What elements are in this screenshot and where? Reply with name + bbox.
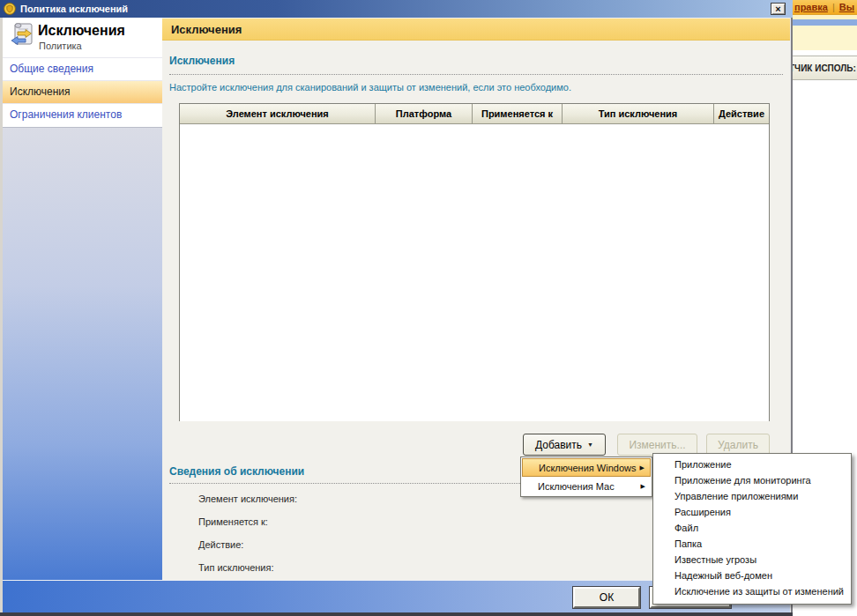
sidebar-item-general[interactable]: Общие сведения [3,57,162,80]
windows-exceptions-submenu: Приложение Приложение для мониторинга Уп… [652,453,852,605]
exceptions-section-description: Настройте исключения для сканирований и … [169,82,571,93]
sidebar-item-exceptions[interactable]: Исключения [3,80,162,103]
background-link-vy[interactable]: Вы [839,2,854,12]
add-dropdown-menu: Исключения Windows ▶ Исключения Mac ▶ [520,456,652,497]
submenu-item-extensions[interactable]: Расширения [653,504,851,520]
add-button-label: Добавить [535,439,582,451]
submenu-item-file[interactable]: Файл [653,520,851,536]
symantec-shield-icon [4,3,16,15]
exceptions-section-title: Исключения [169,55,235,67]
menu-item-mac-exceptions[interactable]: Исключения Mac ▶ [522,477,651,495]
submenu-arrow-icon: ▶ [641,483,645,490]
column-header-exception-type[interactable]: Тип исключения [563,104,714,123]
menu-item-windows-label: Исключения Windows [539,463,636,473]
submenu-item-application-monitoring[interactable]: Приложение для мониторинга [653,472,851,488]
column-header-platform[interactable]: Платформа [376,104,473,123]
background-pale-strip [787,26,857,50]
content-header-title: Исключения [171,23,242,36]
dialog-title: Политика исключений [20,4,128,14]
exception-details-title: Сведения об исключении [169,465,304,478]
delete-button-label: Удалить [718,439,758,451]
ok-button[interactable]: ОК [573,587,640,608]
sidebar-gradient [3,128,162,580]
add-button[interactable]: Добавить ▼ [523,434,606,456]
submenu-item-known-risks[interactable]: Известные угрозы [653,552,851,568]
submenu-item-tamper-protection-exception[interactable]: Исключение из защиты от изменений [653,583,851,599]
submenu-arrow-icon: ▶ [640,464,645,471]
sidebar-title: Исключения [38,23,125,39]
sidebar: Исключения Политика Общие сведения Исклю… [3,18,162,128]
column-header-action[interactable]: Действие [714,104,769,123]
detail-label-exception-type: Тип исключения: [198,562,273,573]
content-header: Исключения [162,19,790,41]
column-header-applies-to[interactable]: Применяется к [473,104,563,123]
background-panel-header-text: ТЧИК ИСПОЛЬ: [789,63,856,73]
close-button[interactable]: × [771,3,786,15]
submenu-item-application-control[interactable]: Управление приложениями [653,488,851,504]
exceptions-table-body[interactable] [180,124,769,421]
ok-button-label: ОК [600,591,614,604]
section-divider [169,74,783,75]
sidebar-item-client-restrictions[interactable]: Ограничения клиентов [3,103,162,126]
submenu-item-application[interactable]: Приложение [653,456,851,472]
sidebar-header: Исключения Политика [3,18,162,57]
dialog-titlebar[interactable]: Политика исключений × [0,0,793,18]
detail-label-applies-to: Применяется к: [198,516,268,527]
detail-label-exception-item: Элемент исключения: [198,494,297,504]
column-header-exception-item[interactable]: Элемент исключения [180,104,376,123]
menu-item-mac-label: Исключения Mac [538,481,615,492]
detail-label-action: Действие: [198,539,243,550]
edit-button-label: Изменить... [629,439,685,451]
submenu-item-trusted-web-domain[interactable]: Надежный веб-домен [653,568,851,583]
policy-scroll-icon [7,22,35,50]
background-blue-strip [787,19,857,26]
background-link-pravka[interactable]: правка [794,2,828,12]
dropdown-caret-icon: ▼ [587,442,593,448]
link-separator: | [832,2,835,12]
dialog-frame-bottom [0,612,793,616]
exceptions-table: Элемент исключения Платформа Применяется… [179,103,770,421]
close-icon: × [775,4,780,14]
submenu-item-folder[interactable]: Папка [653,536,851,552]
sidebar-subtitle: Политика [39,41,82,51]
exceptions-table-header: Элемент исключения Платформа Применяется… [180,104,769,124]
background-link-bar: правка | Вы [787,0,857,15]
background-panel-header: ТЧИК ИСПОЛЬ: [787,56,857,80]
menu-item-windows-exceptions[interactable]: Исключения Windows ▶ [522,458,651,477]
